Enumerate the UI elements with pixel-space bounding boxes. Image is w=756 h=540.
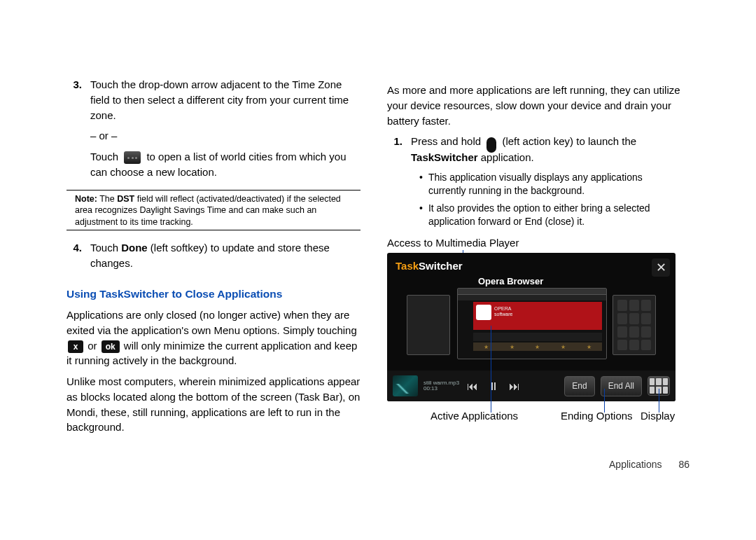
bullet-icon: •: [419, 171, 423, 198]
note-label: Note:: [75, 194, 97, 204]
track-meta: still warm.mp3 00:13: [424, 380, 459, 393]
track-time: 00:13: [424, 386, 459, 392]
screenshot-labels: Active Applications Ending Options Displ…: [387, 408, 676, 424]
x-key-icon: x: [68, 340, 83, 353]
label-active-apps: Active Applications: [430, 408, 518, 424]
step-1: 1. Press and hold (left action key) to l…: [387, 134, 681, 165]
media-control-bar: still warm.mp3 00:13 ⏮ ⏸ ⏭ End End All: [387, 371, 676, 401]
step-1-text: Press and hold (left action key) to laun…: [411, 134, 681, 165]
step-4: 4. Touch Done (left softkey) to update a…: [66, 240, 360, 271]
note-rule-top: [66, 190, 360, 191]
opera-text: OPERAsoftware: [494, 306, 512, 317]
para-close-apps-1: Applications are only closed (no longer …: [66, 307, 360, 368]
taskswitcher-screenshot: TaskSwitcher ✕ Opera Browser OPERA: [387, 253, 676, 401]
step-3-text: Touch the drop-down arrow adjacent to th…: [90, 77, 360, 123]
opera-logo-icon: [476, 305, 491, 320]
right-column: As more and more applications are left r…: [387, 77, 681, 441]
para-resources: As more and more applications are left r…: [387, 83, 681, 128]
app-card-left[interactable]: [407, 295, 450, 355]
pause-button[interactable]: ⏸: [486, 378, 501, 394]
step-number: 3.: [66, 77, 82, 123]
left-column: 3. Touch the drop-down arrow adjacent to…: [66, 77, 360, 441]
done-label: Done: [121, 242, 148, 254]
or-separator: – or –: [90, 128, 360, 144]
label-ending-options: Ending Options: [561, 408, 633, 424]
label-display: Display: [640, 408, 675, 424]
next-button[interactable]: ⏭: [507, 378, 522, 394]
bullet-2-text: It also provides the option to either br…: [428, 202, 681, 228]
footer-section: Applications: [609, 459, 662, 470]
note-dst: DST: [117, 194, 134, 204]
end-all-button[interactable]: End All: [601, 376, 642, 396]
globe-icon: [124, 151, 141, 164]
app-carousel: OPERAsoftware ★★★★★: [387, 288, 676, 361]
close-button[interactable]: ✕: [652, 258, 670, 277]
taskswitcher-title: TaskSwitcher: [396, 258, 463, 274]
bullet-1: • This application visually displays any…: [419, 171, 681, 198]
leader-line: [491, 326, 491, 413]
left-action-key-icon: [486, 137, 496, 153]
ok-key-icon: ok: [102, 340, 120, 353]
section-heading: Using TaskSwitcher to Close Applications: [66, 286, 360, 302]
app-card-right[interactable]: [612, 295, 656, 355]
step-3: 3. Touch the drop-down arrow adjacent to…: [66, 77, 360, 123]
note-rule-bottom: [66, 230, 360, 230]
app-card-center[interactable]: OPERAsoftware ★★★★★: [457, 288, 607, 359]
note-block: Note: The DST field will reflect (activa…: [66, 193, 360, 229]
footer-page: 86: [678, 459, 690, 470]
bullet-1-text: This application visually displays any a…: [428, 171, 681, 198]
touch-globe-line: Touch to open a list of world cities fro…: [90, 149, 360, 180]
current-app-label: Opera Browser: [478, 275, 543, 289]
bullet-icon: •: [419, 202, 423, 228]
end-button[interactable]: End: [564, 376, 594, 396]
album-art-icon: [393, 375, 418, 396]
step-4-text: Touch Done (left softkey) to update and …: [90, 240, 360, 271]
step-number: 4.: [66, 240, 82, 271]
note-prefix: The: [99, 194, 117, 204]
para-close-apps-2: Unlike most computers, wherein minimized…: [66, 374, 360, 435]
touch-prefix: Touch: [90, 151, 118, 162]
page-footer: Applications 86: [609, 459, 690, 470]
manual-page: 3. Touch the drop-down arrow adjacent to…: [66, 77, 696, 441]
taskswitcher-name: TaskSwitcher: [411, 151, 478, 163]
prev-button[interactable]: ⏮: [465, 378, 480, 394]
step-number: 1.: [387, 134, 402, 165]
caption-multimedia: Access to Multimedia Player: [387, 235, 681, 251]
bullet-2: • It also provides the option to either …: [419, 202, 681, 228]
